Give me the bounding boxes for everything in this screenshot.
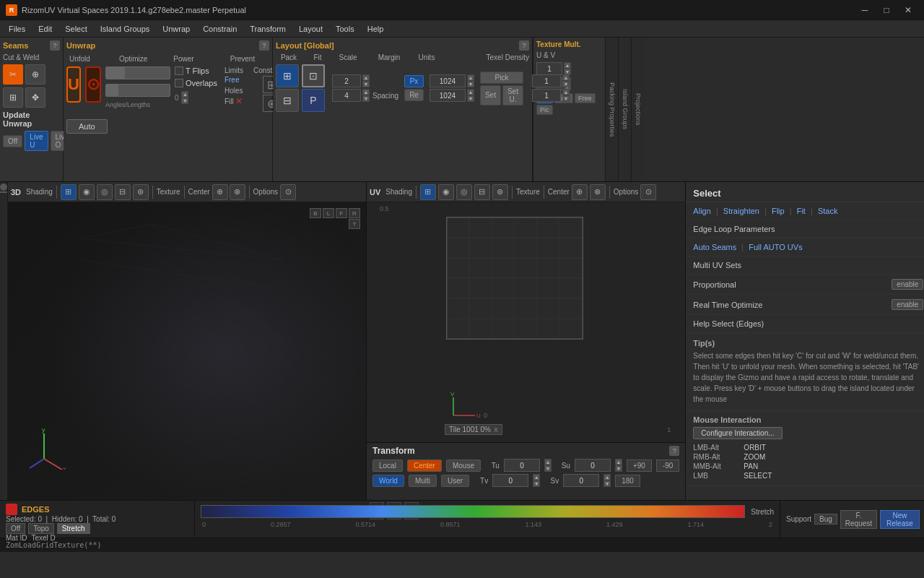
sv-input[interactable]: [563, 474, 599, 487]
3d-vp-icon-2[interactable]: ◉: [79, 184, 95, 200]
left-tool-1[interactable]: [0, 184, 7, 191]
unwrap-help[interactable]: ?: [259, 40, 269, 51]
unwrap-optimize-btn[interactable]: ⊙: [85, 66, 101, 103]
close-button[interactable]: ✕: [898, 3, 918, 17]
straighten-link[interactable]: Straighten: [723, 207, 759, 215]
maximize-button[interactable]: □: [876, 3, 897, 17]
uv-center-icon1[interactable]: ⊕: [572, 184, 588, 200]
projections-panel[interactable]: Projections: [631, 38, 644, 181]
world-btn[interactable]: World: [372, 475, 404, 487]
flip-link[interactable]: Flip: [772, 207, 785, 215]
uv-icon-4[interactable]: ⊟: [474, 184, 490, 200]
su-up[interactable]: ▲: [615, 459, 622, 465]
tu-down[interactable]: ▼: [544, 465, 552, 472]
tflips-checkbox[interactable]: [175, 66, 183, 75]
margin-down[interactable]: ▼: [362, 81, 370, 87]
3d-vp-icon-5[interactable]: ⊛: [133, 184, 149, 200]
help-select-row[interactable]: Help Select (Edges): [686, 315, 924, 333]
uv-content[interactable]: 0.5: [367, 202, 685, 442]
pick-btn[interactable]: Pick: [480, 72, 523, 84]
pack-btn-2[interactable]: ⊟: [276, 89, 299, 112]
val180-btn[interactable]: 180: [615, 475, 640, 487]
map-rez-up-2[interactable]: ▲: [467, 89, 474, 95]
overlaps-checkbox[interactable]: [175, 79, 183, 87]
auto-seams-link[interactable]: Auto Seams: [693, 243, 736, 251]
map-rez-up-1[interactable]: ▲: [467, 74, 474, 81]
live-u-toggle[interactable]: Live U: [25, 131, 48, 151]
power-slider[interactable]: [105, 66, 170, 79]
pic-btn[interactable]: Pic: [536, 105, 553, 115]
tv-input[interactable]: [492, 474, 528, 487]
menu-files[interactable]: Files: [3, 21, 31, 37]
seams-cut-btn[interactable]: ✂: [3, 64, 23, 85]
minus90-btn[interactable]: -90: [656, 460, 679, 472]
transform-help[interactable]: ?: [669, 446, 679, 456]
map-rez-down-2[interactable]: ▼: [467, 95, 474, 102]
map-rez-input-2[interactable]: [430, 89, 466, 102]
menu-unwrap[interactable]: Unwrap: [157, 21, 196, 37]
plus90-btn[interactable]: +90: [627, 460, 652, 472]
map-rez-input-1[interactable]: [430, 74, 466, 87]
hud-r[interactable]: R: [349, 208, 360, 218]
new-release-btn[interactable]: New Release: [880, 510, 920, 529]
menu-tools[interactable]: Tools: [330, 21, 360, 37]
multi-btn[interactable]: Multi: [409, 475, 437, 487]
hud-f[interactable]: F: [336, 208, 347, 218]
real-time-row[interactable]: Real Time Optimize enable: [686, 295, 924, 315]
uv-options-icon[interactable]: ⊙: [640, 184, 656, 200]
3d-viewport-content[interactable]: B L F R T y x: [8, 202, 366, 500]
num-down-arrow[interactable]: ▼: [181, 98, 188, 104]
su-down[interactable]: ▼: [615, 465, 622, 472]
auto-button[interactable]: Auto: [66, 119, 108, 134]
menu-transform[interactable]: Transform: [244, 21, 292, 37]
configure-btn[interactable]: Configure Interaction...: [693, 427, 782, 439]
3d-vp-icon-4[interactable]: ⊟: [115, 184, 131, 200]
edge-loop-row[interactable]: Edge Loop Parameters: [686, 220, 924, 238]
spacing-down[interactable]: ▼: [362, 95, 370, 102]
center-icon-2[interactable]: ⊗: [230, 184, 245, 200]
menu-island-groups[interactable]: Island Groups: [95, 21, 155, 37]
texel-down-1[interactable]: ▼: [562, 81, 570, 87]
angles-slider[interactable]: [105, 84, 170, 97]
margin-input[interactable]: [332, 74, 361, 87]
texel-up-1[interactable]: ▲: [562, 74, 570, 81]
left-tool-2[interactable]: [0, 191, 7, 193]
texel-down-2[interactable]: ▼: [562, 95, 570, 102]
hud-b[interactable]: B: [310, 208, 321, 218]
texel-val-2[interactable]: [532, 89, 561, 102]
seams-move-btn[interactable]: ✥: [25, 87, 45, 108]
texture-val-1[interactable]: [536, 62, 562, 75]
tu-up[interactable]: ▲: [544, 459, 552, 465]
tv-up[interactable]: ▲: [533, 474, 540, 480]
hud-l[interactable]: L: [323, 208, 334, 218]
stack-link[interactable]: Stack: [818, 207, 838, 215]
3d-options-icon[interactable]: ⊙: [280, 184, 296, 200]
menu-select[interactable]: Select: [59, 21, 93, 37]
menu-edit[interactable]: Edit: [32, 21, 58, 37]
island-groups-panel[interactable]: Island Groups: [618, 38, 631, 181]
seams-select-btn[interactable]: ⊞: [3, 87, 23, 108]
re-btn[interactable]: Re: [404, 89, 424, 101]
fit-btn[interactable]: ⊡: [302, 64, 325, 87]
uv-icon-5[interactable]: ⊛: [492, 184, 508, 200]
margin-up[interactable]: ▲: [362, 74, 370, 81]
set-u-btn[interactable]: Set U.: [502, 85, 523, 105]
sv-down[interactable]: ▼: [603, 480, 611, 487]
user-btn[interactable]: User: [441, 475, 469, 487]
real-time-enable-btn[interactable]: enable: [892, 299, 923, 310]
uv-center-icon2[interactable]: ⊗: [590, 184, 606, 200]
scale-btn[interactable]: P: [302, 89, 325, 112]
center-icon-1[interactable]: ⊕: [212, 184, 228, 200]
mouse-btn[interactable]: Mouse: [446, 460, 481, 472]
fit-link[interactable]: Fit: [797, 207, 806, 215]
uv-icon-3[interactable]: ◎: [456, 184, 472, 200]
tu-input[interactable]: [504, 459, 540, 472]
bug-btn[interactable]: Bug: [814, 514, 837, 525]
seams-weld-btn[interactable]: ⊕: [25, 64, 45, 85]
uv-icon-1[interactable]: ⊞: [420, 184, 436, 200]
map-rez-down-1[interactable]: ▼: [467, 81, 474, 87]
texel-val-1[interactable]: [532, 74, 561, 87]
unwrap-u-btn[interactable]: U: [66, 66, 81, 103]
3d-vp-icon-1[interactable]: ⊞: [61, 184, 77, 200]
spacing-up[interactable]: ▲: [362, 89, 370, 95]
